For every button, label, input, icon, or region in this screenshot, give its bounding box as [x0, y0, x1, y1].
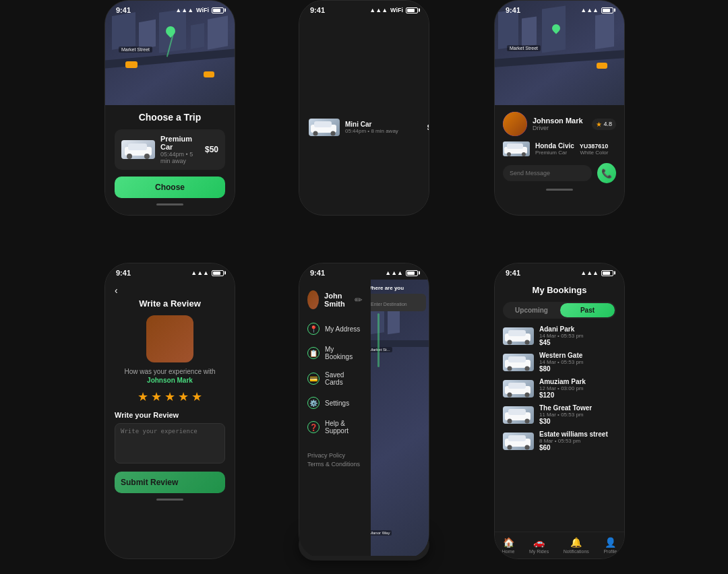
driver-rating: ★ 4.8 — [592, 119, 616, 130]
car-detail-row: Honda Civic Premium Car YU387610 White C… — [503, 141, 616, 156]
notifications-nav-icon: 🔔 — [570, 537, 582, 548]
phone-choose-trip: Market Street 9:41 ▲▲▲ WiFi Choose a Tri… — [104, 0, 235, 216]
nav-notifications[interactable]: 🔔 Notifications — [564, 537, 589, 554]
phone-driver-info: Market Street 9:41 ▲▲▲ Johnson Mark Driv… — [494, 0, 625, 216]
booking-info-0: Adani Park 14 Mar • 05:53 pm $45 — [539, 325, 616, 346]
status-bar-1: 9:41 ▲▲▲ WiFi — [105, 1, 235, 17]
booking-item-4[interactable]: Estate williams street 8 Mar • 05:53 pm … — [503, 430, 616, 451]
booking-car-img-0 — [503, 327, 534, 345]
star-4: ★ — [178, 389, 189, 404]
rides-nav-icon: 🚗 — [533, 537, 545, 548]
map-label-market: Market Street — [119, 46, 152, 53]
car-info-mini: Mini Car 05:44pm • 8 min away — [345, 121, 422, 134]
review-title: Write a Review — [115, 298, 225, 309]
write-review-label: Write your Review — [115, 411, 225, 419]
submit-review-button[interactable]: Submit Review — [115, 472, 225, 493]
booking-info-4: Estate williams street 8 Mar • 05:53 pm … — [539, 430, 616, 451]
message-row: 📞 — [503, 163, 616, 183]
experience-text: How was your experience with — [115, 368, 225, 375]
svg-point-26 — [507, 152, 511, 156]
booking-car-img-4 — [503, 433, 534, 450]
booking-item-1[interactable]: Western Gate 14 Mar • 05:53 pm $80 — [503, 352, 616, 373]
reviewer-photo — [146, 315, 193, 362]
booking-car-img-3 — [503, 406, 534, 424]
bookings-content: My Bookings Upcoming Past Adani Park 14 … — [495, 280, 624, 554]
car-detail-image — [503, 141, 530, 156]
sidebar-username: John Smith — [324, 292, 349, 308]
booking-car-img-2 — [503, 380, 534, 397]
car-list-content: Mini Car 05:44pm • 8 min away $45 Premiu… — [299, 17, 429, 212]
call-button[interactable]: 📞 — [597, 163, 616, 183]
review-textarea[interactable] — [115, 423, 225, 464]
car-list-item-0[interactable]: Mini Car 05:44pm • 8 min away $45 — [309, 20, 429, 216]
reviewed-driver-name: Johnson Mark — [115, 377, 225, 384]
map-view-5: Market St... Manor Way Where are you Ent… — [364, 280, 429, 556]
svg-rect-37 — [508, 383, 526, 389]
star-5: ★ — [191, 389, 202, 404]
stars-row: ★ ★ ★ ★ ★ — [115, 389, 225, 404]
sidebar-item-my-address[interactable]: 📍 My Address — [299, 317, 371, 340]
booking-info-3: The Great Tower 11 Mar • 05:53 pm $30 — [539, 404, 616, 425]
svg-rect-5 — [314, 121, 332, 127]
home-nav-icon: 🏠 — [503, 537, 514, 548]
svg-point-47 — [525, 445, 530, 449]
svg-point-46 — [508, 445, 512, 449]
car-image-1 — [121, 140, 155, 159]
svg-rect-45 — [508, 435, 526, 441]
booking-item-0[interactable]: Adani Park 14 Mar • 05:53 pm $45 — [503, 325, 616, 346]
choose-button-1[interactable]: Choose — [115, 177, 225, 198]
svg-rect-1 — [128, 144, 147, 150]
tab-past[interactable]: Past — [560, 303, 615, 317]
sidebar-user-row: John Smith ✏ — [299, 286, 371, 317]
svg-point-6 — [313, 131, 318, 135]
booking-item-3[interactable]: The Great Tower 11 Mar • 05:53 pm $30 — [503, 404, 616, 425]
phone-my-bookings: 9:41 ▲▲▲ My Bookings Upcoming Past Adani… — [494, 263, 625, 559]
svg-point-38 — [508, 392, 512, 397]
privacy-policy-link[interactable]: Privacy Policy — [307, 452, 363, 459]
booking-info-1: Western Gate 14 Mar • 05:53 pm $80 — [539, 352, 616, 373]
svg-point-35 — [525, 366, 530, 371]
svg-point-43 — [525, 418, 530, 423]
svg-point-31 — [525, 340, 530, 344]
driver-avatar — [503, 112, 527, 136]
message-input[interactable] — [503, 165, 592, 181]
bookings-tabs: Upcoming Past — [503, 302, 616, 319]
car-detail-info: Honda Civic Premium Car — [535, 142, 574, 156]
sidebar-user-avatar — [307, 290, 319, 309]
nav-home[interactable]: 🏠 Home — [502, 537, 515, 554]
where-are-you: Where are you Enter Destination — [367, 285, 426, 311]
svg-point-27 — [522, 152, 526, 156]
svg-point-7 — [331, 131, 336, 135]
status-bar-5: 9:41 ▲▲▲ — [299, 263, 429, 280]
svg-point-42 — [508, 418, 512, 423]
booking-item-2[interactable]: Amuziam Park 12 Mar • 03:00 pm $120 — [503, 378, 616, 399]
bottom-nav: 🏠 Home 🚗 My Rides 🔔 Notifications 👤 Prof… — [495, 532, 624, 559]
map-label-3: Market Street — [507, 45, 541, 51]
svg-point-3 — [144, 154, 150, 159]
trip-content: Choose a Trip Premium Car 05:44pm • 5 mi… — [105, 105, 235, 215]
nav-my-rides[interactable]: 🚗 My Rides — [529, 537, 549, 554]
selected-car-option[interactable]: Premium Car 05:44pm • 5 min away $50 — [115, 129, 225, 170]
help-icon: ❓ — [307, 421, 320, 433]
sidebar-footer: Privacy Policy Terms & Conditions — [299, 447, 371, 475]
sidebar-item-my-bookings[interactable]: 📋 My Bookings — [299, 340, 371, 366]
address-icon: 📍 — [307, 323, 320, 335]
sidebar-item-saved-cards[interactable]: 💳 Saved Cards — [299, 366, 371, 391]
svg-rect-29 — [508, 330, 526, 336]
phone-write-review: 9:41 ▲▲▲ ‹ Write a Review How was your e… — [104, 263, 235, 559]
profile-nav-icon: 👤 — [605, 537, 616, 548]
car-info-1: Premium Car 05:44pm • 5 min away — [160, 135, 200, 164]
sidebar-item-help[interactable]: ❓ Help & Support — [299, 414, 371, 440]
saved-cards-icon: 💳 — [307, 373, 320, 385]
status-bar-6: 9:41 ▲▲▲ — [495, 263, 624, 280]
svg-point-39 — [525, 392, 530, 397]
back-button[interactable]: ‹ — [115, 285, 225, 296]
tab-upcoming[interactable]: Upcoming — [504, 303, 559, 317]
review-content: ‹ Write a Review How was your experience… — [105, 280, 235, 509]
terms-link[interactable]: Terms & Conditions — [307, 461, 363, 468]
car-plate-info: YU387610 White Color — [580, 143, 609, 156]
edit-profile-icon[interactable]: ✏ — [355, 294, 363, 305]
sidebar-item-settings[interactable]: ⚙️ Settings — [299, 391, 371, 414]
phone-icon: 📞 — [601, 168, 612, 179]
nav-profile[interactable]: 👤 Profile — [603, 537, 617, 554]
